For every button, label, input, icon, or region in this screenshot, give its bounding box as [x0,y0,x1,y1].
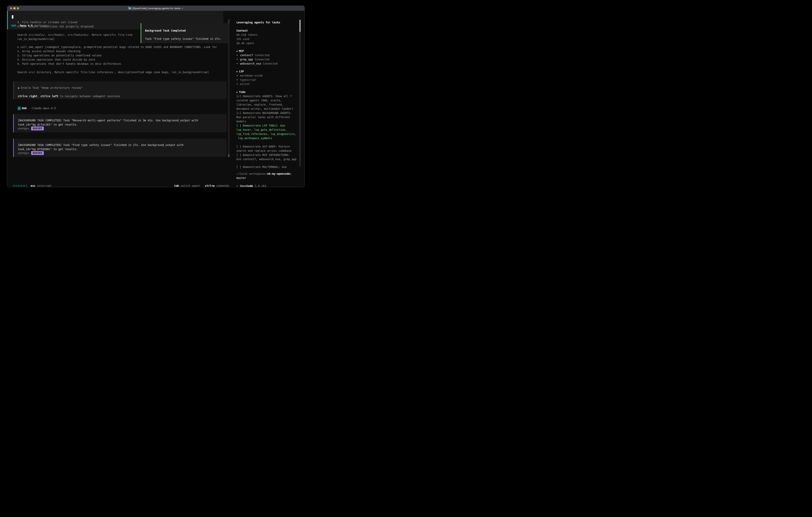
todo-item-done-cont: librarian, explore, frontend, [236,103,284,107]
task-event-meta: yeongyuQUEUED [18,126,44,131]
input-status-line: OmOOpus 4.5Anthropic [11,24,49,28]
sidebar-session-title: Leveraging agents for tasks [236,20,280,25]
sidebar-mcp-header[interactable]: ▼MCP [236,49,244,53]
status-bar-left: escinterrupt [13,184,52,187]
terminal-content: 3. File handles or streams not closed 4.… [7,11,304,187]
context-used: 33% used [236,37,249,41]
username: yeongyu [18,127,29,130]
todo-item-active: [ ] Demonstrate LSP TOOLS: Use [236,124,285,128]
sidebar-scrollbar-thumb[interactable] [299,20,301,32]
task-event-line1: [BACKGROUND TASK COMPLETED] Task "Resear… [18,118,198,123]
status-dot-icon: • [236,184,238,187]
tool-call-item: 2. String operations on potentially unde… [17,53,102,58]
record-icon: ◉ [18,86,19,89]
mcp-item: •grep_appConnected [236,57,269,61]
folder-icon [128,7,131,9]
half-circle-icon: ◐ [182,7,183,10]
oracle-task-panel: ◉ Oracle Task "Deep architecture review"… [13,81,227,99]
todo-item-active-cont: lsp_find_references, lsp_diagnostics, [236,132,296,136]
task-event-line2: task_id="bg_dcfac161" to get results. [18,123,78,127]
main-scrollbar-thumb[interactable] [228,154,230,157]
oracle-task-label: ◉ Oracle Task "Deep architecture review" [18,86,83,90]
todo-item-done: [✓] Demonstrate AGENTS: Show all 7 [236,94,291,98]
status-dot-icon: • [236,82,238,86]
status-badge: QUEUED [31,127,44,130]
sidebar-scrollbar-track[interactable] [299,32,301,166]
tool-call-tail: Search src/ directory. Return specific f… [17,70,209,74]
todo-item-pending: [ ] Demonstrate MCP INTEGRATIONS: [236,153,290,157]
todo-item-pending: [ ] Demonstrate AST-GREP: Pattern [236,144,290,149]
hint-key-ctrlx-left: ctrl+x left [40,94,58,98]
tool-call-item: 4. Path operations that don't handle Win… [17,62,121,66]
oracle-task-hint: ctrl+x right, ctrl+x left to navigate be… [18,94,120,98]
agent-square-icon [18,107,21,110]
todo-item-done-cont: document-writer, multimodal-looker) [236,107,293,111]
todo-item-done-cont: curated agents (OmO, oracle, [236,98,282,103]
minimize-button[interactable] [13,7,16,9]
todo-item-pending: [ ] Demonstrate MULTIMODAL: Use [236,165,287,169]
traffic-lights [10,7,19,9]
agent-name: OmO [22,107,27,110]
workspace-branch: master [236,176,246,180]
input-agent-name: OmO [11,24,16,27]
task-event-line2: task_id="bg_6f59260c" to get results. [18,147,78,151]
gear-icon: ⚙ [17,45,19,49]
version-line: •OpenCode1.0.163 [236,184,266,187]
lsp-item: •markdown-oxide [236,74,263,78]
window-titlebar[interactable]: [OpenCode] Leveraging agents for tasks ◐ [7,6,304,11]
close-button[interactable] [10,7,12,9]
status-dot-icon: • [236,58,238,61]
status-badge: QUEUED [31,151,44,155]
window-title: [OpenCode] Leveraging agents for tasks ◐ [128,7,183,10]
status-bar: escinterrupt tabswitch agent ctrl+pcomma… [13,184,229,187]
opencode-terminal-window: [OpenCode] Leveraging agents for tasks ◐… [7,6,305,187]
task-event-line1: [BACKGROUND TASK COMPLETED] Task "Find t… [18,143,183,147]
toast-title: Background Task Completed [145,29,185,33]
status-dot-icon: • [236,62,238,65]
chevron-down-icon: ▼ [236,50,238,52]
esc-hint: escinterrupt [31,184,52,187]
tool-call-item: 1. Array access without bounds checking [17,49,81,53]
task-event-panel: [BACKGROUND TASK COMPLETED] Task "Resear… [13,114,227,132]
window-title-text: [OpenCode] Leveraging agents for tasks [133,7,181,10]
sidebar-lsp-header[interactable]: ▼LSP [236,70,244,74]
agent-model: claude-opus-4-5 [32,107,56,110]
tool-call-line: ⚙call_omo_agent [subagent_type=explore, … [17,45,217,49]
input-model-name: Opus 4.5 [20,24,33,27]
main-scrollbar-cap [228,19,230,23]
status-dot-icon: • [236,74,238,77]
mcp-item: •context7Connected [236,53,269,57]
tab-hint: tabswitch agent [174,184,200,187]
todo-item-active-cont: lsp_hover, lsp_goto_definition, [236,128,287,132]
status-bar-right: tabswitch agent ctrl+pcommands [174,184,229,187]
todo-item-done-cont: Run parallel tasks with different [236,115,290,119]
ctrlp-hint: ctrl+pcommands [205,184,229,187]
background-task-toast: Background Task Completed Task "Find typ… [141,23,229,43]
sidebar-todo-header[interactable]: ▼Todo [236,90,245,94]
lsp-item: •eslint [236,82,250,86]
todo-item-done-cont: models [236,119,246,124]
chevron-down-icon: ▼ [236,71,238,73]
input-provider-name: Anthropic [34,24,49,27]
chevron-down-icon: ▼ [236,91,238,93]
tool-call-text: call_omo_agent [subagent_type=explore, p… [20,45,217,49]
todo-item-done: [✓] Demonstrate BACKGROUND AGENTS: [236,111,291,115]
mcp-item: •websearch_exaConnected [236,61,278,66]
main-scrollbar-track[interactable] [228,19,230,157]
agent-header: OmO · claude-opus-4-5 [22,106,56,110]
context-tokens: 66,518 tokens [236,33,258,37]
task-event-meta: yeongyuQUEUED [18,151,44,155]
tool-call-item: 3. Division operations that could divide… [17,58,95,62]
hint-key-ctrlx-right: ctrl+x right [18,94,37,98]
task-event-panel: [BACKGROUND TASK COMPLETED] Task "Find t… [13,139,227,157]
zoom-button[interactable] [17,7,19,9]
lsp-item: •typescript [236,78,256,82]
context-spent: $0.46 spent [236,41,254,45]
todo-item-pending-cont: Use context7, websearch_exa, grep_app [236,157,296,161]
sidebar-context-header: Context [236,29,248,33]
transcript-line: Search src/tools/, src/hooks/, src/featu… [17,33,133,37]
workspace-path: ~/local-workspaces/oh-my-opencode: [236,172,291,176]
desktop: [OpenCode] Leveraging agents for tasks ◐… [0,0,313,199]
todo-item-pending-cont: search and replace across codebase [236,149,291,153]
transcript-line: run_in_background=true] [17,37,55,41]
